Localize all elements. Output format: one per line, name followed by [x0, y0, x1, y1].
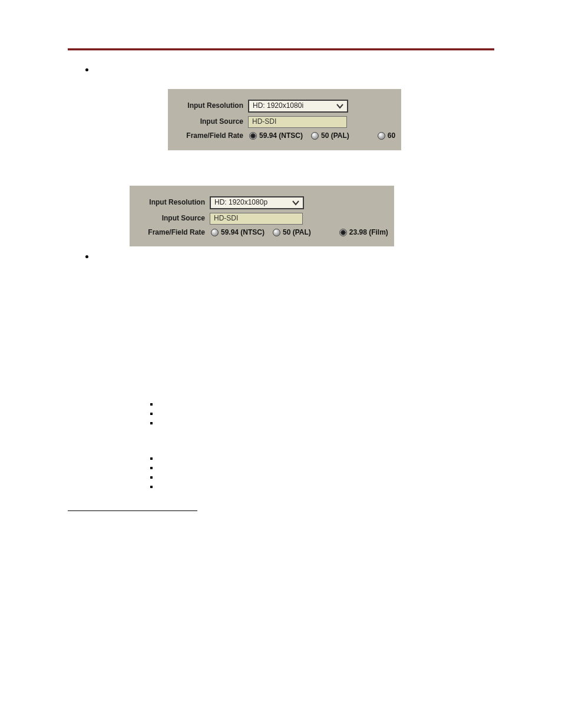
sub-list-1: [150, 400, 494, 424]
frame-rate-radio-group-1: 59.94 (NTSC) 50 (PAL) 60: [249, 131, 395, 141]
input-source-field: HD-SDI: [248, 116, 347, 128]
square-bullet-icon: [150, 403, 153, 406]
footnote-rule: [68, 510, 197, 511]
label-frame-rate: Frame/Field Rate: [174, 131, 243, 141]
settings-panel-2: Input Resolution HD: 1920x1080p Input So…: [130, 186, 394, 247]
row-input-source-2: Input Source HD-SDI: [135, 213, 388, 225]
sub-list-2: [150, 454, 494, 488]
row-input-resolution-1: Input Resolution HD: 1920x1080i: [174, 100, 395, 113]
row-frame-rate-1: Frame/Field Rate 59.94 (NTSC) 50 (PAL): [174, 131, 395, 141]
row-input-source-1: Input Source HD-SDI: [174, 116, 395, 128]
bullet-item-1: [85, 65, 494, 71]
radio-button-icon: [311, 132, 319, 140]
sub-list-item: [150, 419, 494, 424]
radio-pal-2[interactable]: 50 (PAL): [273, 228, 311, 238]
square-bullet-icon: [150, 413, 153, 415]
bullet-item-2: [85, 252, 494, 258]
header-rule: [68, 48, 494, 51]
square-bullet-icon: [150, 476, 153, 479]
square-bullet-icon: [150, 457, 153, 460]
sub-list-item: [150, 400, 494, 406]
sub-list-item: [150, 454, 494, 460]
radio-label: 50 (PAL): [283, 228, 311, 238]
label-input-resolution: Input Resolution: [135, 198, 205, 207]
square-bullet-icon: [150, 422, 153, 424]
radio-label: 23.98 (Film): [349, 228, 388, 238]
radio-label: 59.94 (NTSC): [221, 228, 265, 238]
radio-60-1[interactable]: 60: [378, 131, 395, 141]
panel-area-2: Input Resolution HD: 1920x1080p Input So…: [130, 186, 494, 247]
frame-rate-radio-group-2: 59.94 (NTSC) 50 (PAL) 23.98 (Film): [211, 228, 388, 238]
label-input-source: Input Source: [174, 117, 243, 127]
row-input-resolution-2: Input Resolution HD: 1920x1080p: [135, 196, 388, 209]
row-frame-rate-2: Frame/Field Rate 59.94 (NTSC) 50 (PAL): [135, 228, 388, 238]
sub-list-item: [150, 409, 494, 415]
sub-list-item: [150, 473, 494, 479]
input-resolution-value: HD: 1920x1080i: [253, 101, 303, 111]
radio-button-icon: [211, 229, 219, 236]
radio-label: 60: [388, 131, 395, 141]
label-input-source: Input Source: [135, 214, 205, 223]
input-resolution-value: HD: 1920x1080p: [214, 198, 267, 207]
input-resolution-dropdown[interactable]: HD: 1920x1080i: [248, 100, 348, 113]
panel-area-1: Input Resolution HD: 1920x1080i Input So…: [168, 89, 494, 150]
chevron-down-icon: [335, 102, 345, 110]
sub-list-item: [150, 482, 494, 488]
settings-panel-1: Input Resolution HD: 1920x1080i Input So…: [168, 89, 401, 150]
chevron-down-icon: [291, 199, 300, 207]
radio-film-2[interactable]: 23.98 (Film): [339, 228, 388, 238]
input-resolution-dropdown[interactable]: HD: 1920x1080p: [210, 196, 304, 209]
input-source-field: HD-SDI: [210, 213, 303, 225]
bullet-dot-icon: [85, 255, 88, 258]
radio-button-icon: [249, 132, 257, 140]
label-frame-rate: Frame/Field Rate: [135, 228, 205, 238]
square-bullet-icon: [150, 486, 153, 488]
sub-list-item: [150, 463, 494, 469]
radio-ntsc-2[interactable]: 59.94 (NTSC): [211, 228, 265, 238]
radio-pal-1[interactable]: 50 (PAL): [311, 131, 349, 141]
body-content: Input Resolution HD: 1920x1080i Input So…: [68, 65, 494, 511]
label-input-resolution: Input Resolution: [174, 101, 243, 111]
page: Input Resolution HD: 1920x1080i Input So…: [0, 0, 562, 728]
radio-label: 59.94 (NTSC): [259, 131, 303, 141]
radio-button-icon: [339, 229, 347, 236]
radio-ntsc-1[interactable]: 59.94 (NTSC): [249, 131, 303, 141]
radio-button-icon: [378, 132, 385, 140]
radio-button-icon: [273, 229, 280, 236]
radio-label: 50 (PAL): [321, 131, 349, 141]
bullet-dot-icon: [85, 68, 88, 71]
square-bullet-icon: [150, 467, 153, 469]
